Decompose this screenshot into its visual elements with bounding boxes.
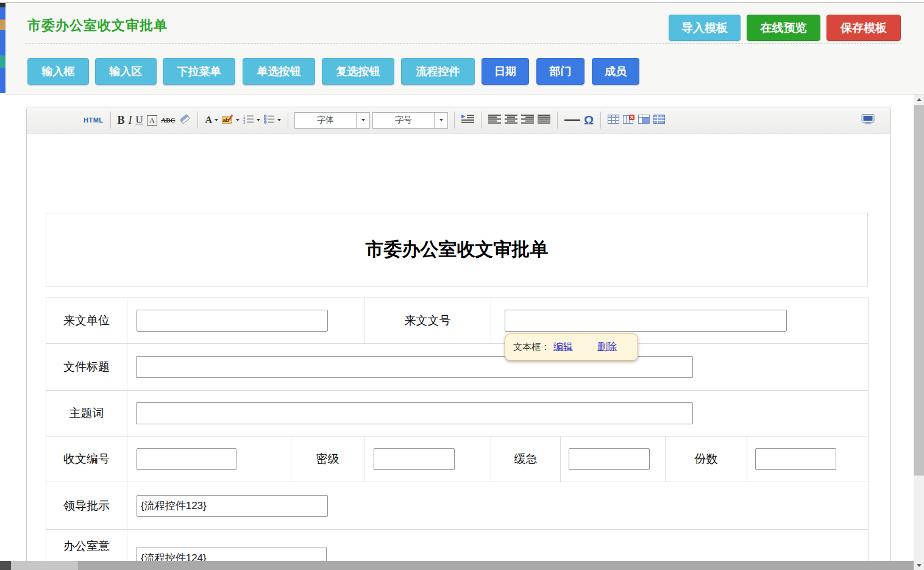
chevron-down-icon — [257, 119, 260, 121]
rich-text-editor: HTML B I U A ABC A ab 123 字体 字号 Ω — [26, 107, 891, 570]
delete-table-button[interactable] — [623, 111, 634, 129]
background-window-edge — [0, 3, 5, 93]
component-button-radio[interactable]: 单选按钮 — [243, 58, 315, 85]
highlight-button[interactable]: ab — [222, 111, 240, 129]
bold-icon: B — [118, 114, 125, 127]
toolbar-separator — [288, 112, 288, 129]
ordered-list-button[interactable]: 123 — [243, 111, 260, 129]
edit-link[interactable]: 编辑 — [553, 341, 573, 354]
omega-icon: Ω — [584, 113, 594, 127]
toolbar-separator — [197, 112, 198, 129]
bold-button[interactable]: B — [118, 111, 125, 129]
cell-copies — [747, 436, 869, 482]
italic-icon: I — [129, 114, 132, 127]
table-row: 来文单位 来文文号 — [46, 298, 869, 344]
keywords-input[interactable] — [136, 402, 693, 424]
align-left-button[interactable] — [488, 111, 501, 129]
cell-leader-note — [127, 482, 869, 530]
table-cell-button[interactable] — [638, 111, 650, 129]
label-keywords: 主题词 — [46, 391, 127, 436]
source-unit-input[interactable] — [137, 310, 328, 332]
component-button-checkbox[interactable]: 复选按钮 — [322, 58, 394, 85]
indent-button[interactable] — [461, 111, 474, 129]
table-row: 文件标题 — [46, 344, 869, 391]
online-preview-button[interactable]: 在线预览 — [747, 15, 820, 41]
component-button-input-area[interactable]: 输入区 — [95, 58, 157, 85]
table-row: 领导批示 — [46, 482, 869, 530]
save-template-button[interactable]: 保存模板 — [826, 15, 901, 41]
window-bottom-fragment — [11, 561, 78, 570]
toolbar-separator — [600, 112, 601, 129]
align-right-icon — [521, 115, 534, 126]
chevron-down-icon — [361, 119, 365, 121]
font-size-select[interactable]: 字号 — [372, 112, 448, 129]
label-source-unit: 来文单位 — [46, 298, 127, 344]
scroll-down-button[interactable] — [914, 560, 924, 570]
chevron-down-icon — [215, 119, 218, 121]
cell-receipt-no — [127, 436, 291, 482]
vertical-scrollbar[interactable] — [914, 94, 924, 570]
receipt-no-input[interactable] — [137, 448, 236, 470]
table-row: 收文编号 密级 缓急 份数 — [46, 436, 869, 482]
font-color-button[interactable]: A — [205, 111, 218, 129]
font-family-select[interactable]: 字体 — [294, 112, 370, 129]
scrollbar-thumb[interactable] — [914, 105, 924, 476]
strikethrough-icon: ABC — [161, 116, 175, 124]
unordered-list-button[interactable] — [264, 111, 281, 129]
fullscreen-button[interactable] — [861, 111, 875, 129]
horizontal-rule-icon — [564, 119, 580, 121]
component-button-dropdown-menu[interactable]: 下拉菜单 — [163, 58, 235, 85]
special-char-button[interactable]: Ω — [584, 111, 594, 129]
insert-table-button[interactable] — [608, 111, 619, 129]
horizontal-rule-button[interactable] — [564, 111, 580, 129]
label-receipt-no: 收文编号 — [46, 436, 127, 482]
table-row: 主题词 — [46, 391, 869, 436]
component-button-flow-control[interactable]: 流程控件 — [401, 58, 475, 85]
import-template-button[interactable]: 导入模板 — [669, 15, 741, 41]
form-title: 市委办公室收文审批单 — [46, 213, 868, 287]
scroll-up-button[interactable] — [914, 94, 924, 104]
html-source-icon: HTML — [84, 116, 104, 124]
eraser-icon — [179, 114, 191, 126]
char-border-button[interactable]: A — [147, 111, 157, 129]
align-right-button[interactable] — [521, 111, 534, 129]
urgency-input[interactable] — [569, 448, 650, 470]
svg-text:ab: ab — [223, 117, 230, 123]
toolbar-separator — [454, 112, 455, 129]
toolbar-separator — [481, 112, 482, 129]
html-source-button[interactable]: HTML — [84, 111, 104, 129]
element-tooltip: 文本框： 编辑 删除 — [505, 333, 638, 361]
component-button-member[interactable]: 成员 — [592, 58, 639, 85]
underline-button[interactable]: U — [136, 111, 143, 129]
leader-note-input[interactable] — [137, 495, 328, 517]
unordered-list-icon — [264, 115, 275, 126]
doc-number-input[interactable] — [505, 310, 787, 332]
component-button-input-box[interactable]: 输入框 — [27, 58, 89, 85]
fullscreen-icon — [861, 114, 875, 127]
font-family-value: 字体 — [295, 113, 356, 128]
ordered-list-icon: 123 — [243, 115, 254, 126]
table-props-button[interactable] — [653, 111, 665, 129]
align-center-button[interactable] — [505, 111, 517, 129]
label-urgency: 缓急 — [491, 436, 561, 482]
security-input[interactable] — [374, 448, 455, 470]
scroll-down-icon — [917, 564, 922, 567]
delete-link[interactable]: 删除 — [597, 341, 617, 354]
strikethrough-button[interactable]: ABC — [161, 111, 175, 129]
copies-input[interactable] — [755, 448, 836, 470]
italic-button[interactable]: I — [129, 111, 132, 129]
component-button-date[interactable]: 日期 — [482, 58, 529, 85]
table-cell-icon — [638, 115, 650, 126]
eraser-button[interactable] — [179, 111, 191, 129]
label-doc-title: 文件标题 — [46, 344, 127, 391]
font-family-dropdown-button[interactable] — [356, 113, 369, 128]
toolbar-separator — [110, 112, 111, 129]
cell-urgency — [561, 436, 666, 482]
chevron-down-icon — [236, 119, 240, 121]
underline-icon: U — [136, 114, 143, 126]
font-size-dropdown-button[interactable] — [434, 113, 447, 128]
cell-security — [364, 436, 491, 482]
align-justify-button[interactable] — [538, 111, 550, 129]
component-button-department[interactable]: 部门 — [536, 58, 585, 85]
tooltip-label: 文本框： — [513, 341, 550, 353]
